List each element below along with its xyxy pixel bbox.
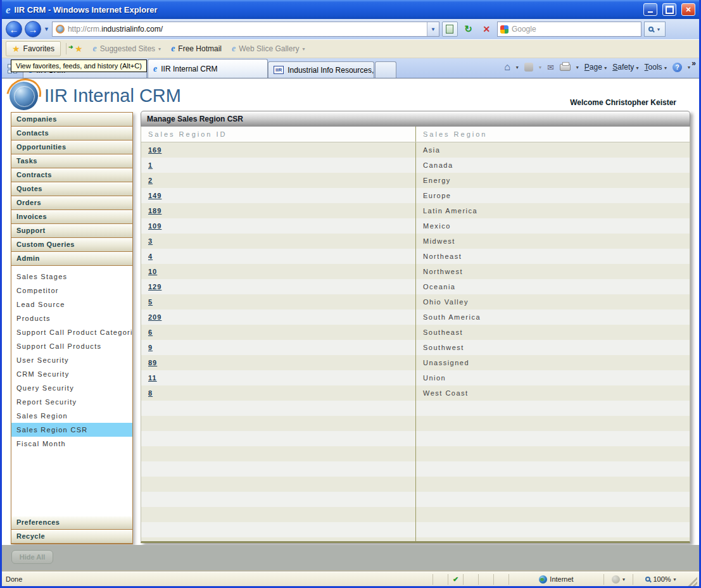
region-id-link[interactable]: 4 [148,253,153,260]
page-menu-button[interactable]: Page [584,63,607,72]
close-button[interactable] [681,3,695,16]
page-check-icon [453,575,458,584]
refresh-button[interactable] [460,22,476,37]
toolbar-overflow-chevron[interactable]: » [692,59,696,68]
sidebar-item-sales-region-csr[interactable]: Sales Region CSR [11,423,132,437]
sidebar-section-orders[interactable]: Orders [11,196,132,210]
tab-iir-internal-crm[interactable]: IIR Internal CRM [148,59,268,78]
table-filler-row [141,537,690,543]
zoom-control[interactable]: 100% [633,574,688,585]
region-id-link[interactable]: 3 [148,237,153,245]
sidebar-section-support[interactable]: Support [11,224,132,238]
minimize-button[interactable] [643,3,657,16]
sidebar-section-preferences[interactable]: Preferences [11,516,132,530]
hide-all-button[interactable]: Hide All [11,550,53,564]
region-id-link[interactable]: 149 [148,192,161,199]
chevron-down-icon [539,65,541,70]
iir-favicon: IIR [274,66,284,74]
sidebar-item-crm-security[interactable]: CRM Security [11,367,132,381]
sidebar-section-opportunities[interactable]: Opportunities [11,141,132,154]
region-id-link[interactable]: 2 [148,177,153,184]
region-id-link[interactable]: 1 [148,161,153,169]
navigation-bar: http://crm.industrialinfo.com/ [2,19,699,39]
ie-icon [92,44,96,53]
back-button[interactable] [6,21,22,37]
sidebar-section-quotes[interactable]: Quotes [11,182,132,196]
region-id-link[interactable]: 109 [148,222,161,230]
web-slice-gallery-button[interactable]: Web Slice Gallery [229,42,308,55]
maximize-button[interactable] [662,3,676,16]
address-bar[interactable]: http://crm.industrialinfo.com/ [52,22,439,37]
sidebar-section-companies[interactable]: Companies [11,113,132,127]
region-id-link[interactable]: 8 [148,389,153,397]
sidebar-item-lead-source[interactable]: Lead Source [11,297,132,311]
print-icon[interactable] [560,64,571,71]
region-id-link[interactable]: 129 [148,283,161,291]
sidebar-item-support-call-products[interactable]: Support Call Products [11,339,132,353]
recent-pages-dropdown-icon[interactable] [44,26,49,32]
region-id-link[interactable]: 189 [148,207,161,215]
sidebar-item-user-security[interactable]: User Security [11,353,132,367]
protected-mode-pane[interactable] [603,574,633,585]
status-bar: Done Internet 100% [2,572,699,586]
favorites-button[interactable]: Favorites [6,41,61,56]
stop-button[interactable] [479,22,495,37]
region-id-link[interactable]: 5 [148,298,153,306]
sidebar-section-custom-queries[interactable]: Custom Queries [11,238,132,252]
chevron-down-icon[interactable] [576,65,579,70]
home-icon[interactable] [504,61,510,73]
sidebar-item-support-call-product-categories[interactable]: Support Call Product Categories [11,325,132,339]
add-to-favorites-bar-button[interactable] [72,42,86,56]
sidebar-section-admin[interactable]: Admin [11,252,132,266]
region-id-link[interactable]: 11 [148,374,157,382]
browser-window: IIR CRM - Windows Internet Explorer http… [0,0,701,588]
compatibility-view-button[interactable] [442,22,458,37]
tools-menu-button[interactable]: Tools [645,63,667,72]
new-tab-stub[interactable] [375,61,396,78]
sidebar-section-recycle[interactable]: Recycle [11,530,132,544]
mail-icon[interactable] [547,63,554,72]
safety-menu-button[interactable]: Safety [612,63,638,72]
search-options-dropdown-icon[interactable] [656,27,660,32]
sidebar-item-products[interactable]: Products [11,311,132,325]
sidebar-section-tasks[interactable]: Tasks [11,154,132,168]
tab-industrial-info-resources[interactable]: IIR Industrial Info Resources, II... [268,61,374,78]
sidebar-item-sales-region[interactable]: Sales Region [11,409,132,423]
table-row: 11Union [141,370,690,385]
search-box[interactable] [497,22,641,37]
chevron-down-icon[interactable] [622,577,625,582]
google-icon [500,25,508,34]
protected-mode-icon [612,575,620,584]
suggested-sites-button[interactable]: Suggested Sites [89,42,164,55]
forward-button[interactable] [25,21,41,37]
url-text[interactable]: http://crm.industrialinfo.com/ [68,25,424,34]
favorites-label: Favorites [23,44,54,53]
region-id-link[interactable]: 9 [148,344,153,351]
sidebar-item-competitor[interactable]: Competitor [11,284,132,297]
region-id-link[interactable]: 209 [148,313,161,321]
sidebar-section-contracts[interactable]: Contracts [11,168,132,182]
sidebar-item-report-security[interactable]: Report Security [11,395,132,409]
help-icon[interactable] [673,63,682,72]
sidebar-item-fiscal-month[interactable]: Fiscal Month [11,437,132,451]
chevron-down-icon[interactable] [516,65,519,70]
resize-grip[interactable] [688,572,697,586]
search-button[interactable] [644,22,666,37]
sidebar-item-sales-stages[interactable]: Sales Stages [11,270,132,284]
address-dropdown-button[interactable] [427,22,439,36]
rss-feed-icon[interactable] [524,63,533,72]
region-name: Mexico [423,222,451,230]
chevron-down-icon[interactable] [674,577,676,582]
search-input[interactable] [512,25,638,34]
sidebar-section-invoices[interactable]: Invoices [11,210,132,224]
region-id-link[interactable]: 169 [148,146,161,154]
region-id-link[interactable]: 89 [148,359,157,366]
star-icon [12,44,20,54]
sidebar-item-query-security[interactable]: Query Security [11,381,132,395]
window-title: IIR CRM - Windows Internet Explorer [15,5,638,15]
chevron-down-icon[interactable] [688,65,690,70]
region-id-link[interactable]: 10 [148,268,157,275]
region-id-link[interactable]: 6 [148,328,153,336]
free-hotmail-button[interactable]: Free Hotmail [168,42,225,55]
sidebar-section-contacts[interactable]: Contacts [11,127,132,141]
